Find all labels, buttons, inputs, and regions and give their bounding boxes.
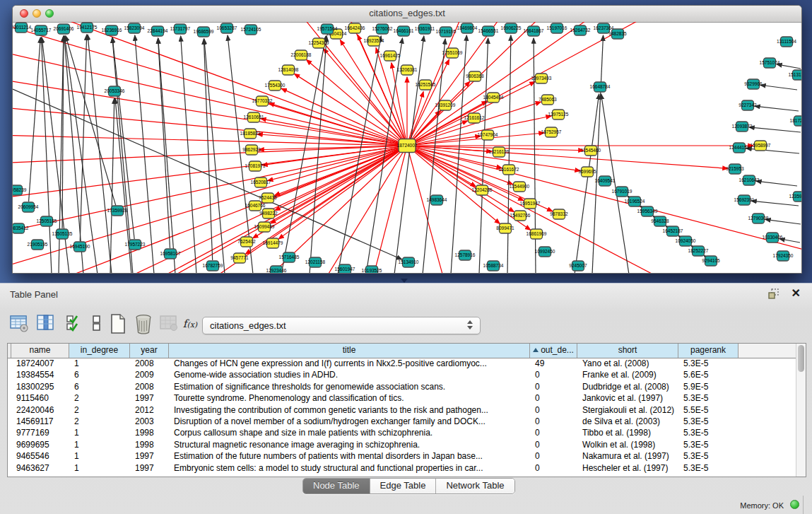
row-height-icon[interactable] — [86, 313, 107, 336]
graph-node[interactable]: 16466161 — [394, 26, 414, 36]
graph-node[interactable]: 10653287 — [217, 23, 237, 33]
cell-short[interactable]: Franke et al. (2009) — [577, 369, 678, 380]
graph-node-selected[interactable]: 16520817 — [251, 177, 271, 187]
graph-node-selected[interactable]: 7524435 — [259, 193, 277, 203]
table-row[interactable]: 1456911722003Disruption of a novel membe… — [8, 416, 796, 427]
cell-pagerank[interactable]: 5.5E-5 — [678, 404, 739, 416]
cell-short[interactable]: Dudbridge et al. (2008) — [577, 381, 678, 392]
cell-out_degree[interactable]: 0 — [530, 439, 577, 450]
graph-node[interactable]: 16945190 — [70, 242, 90, 252]
cell-short[interactable]: Wolkin et al. (1998) — [577, 439, 678, 450]
new-column-icon[interactable] — [107, 313, 129, 336]
cell-out_degree[interactable]: 0 — [530, 427, 577, 438]
cell-short[interactable]: Jankovic et al. (1997) — [577, 392, 678, 404]
graph-node[interactable]: 16648784 — [590, 82, 611, 92]
cell-in_degree[interactable]: 1 — [69, 427, 130, 438]
graph-node[interactable]: 10196524 — [625, 197, 645, 206]
cell-short[interactable]: Yano et al. (2008) — [577, 358, 678, 369]
graph-node[interactable]: 15058239 — [13, 185, 27, 195]
graph-node-selected[interactable]: 13206381 — [397, 65, 418, 75]
cell-short[interactable]: Tibbo et al. (1998) — [577, 427, 678, 438]
graph-node-selected[interactable]: 16642436 — [345, 23, 365, 33]
cell-name[interactable]: 22420046 — [11, 404, 69, 416]
graph-node[interactable]: 12923446 — [266, 266, 287, 274]
graph-node-selected[interactable]: 7625402 — [237, 237, 256, 247]
graph-node[interactable]: 12790308 — [748, 214, 769, 223]
cell-out_degree[interactable]: 49 — [530, 358, 577, 369]
table-row[interactable]: 1872400712008Changes of HCN gene express… — [8, 358, 796, 369]
graph-node-selected[interactable]: 8099471 — [496, 223, 514, 233]
graph-node[interactable]: 9329966 — [744, 79, 763, 89]
cell-year[interactable]: 2003 — [130, 416, 169, 427]
cell-out_degree[interactable]: 0 — [530, 404, 577, 416]
graph-node[interactable]: 15692391 — [734, 195, 755, 205]
cell-in_degree[interactable]: 2 — [69, 404, 130, 416]
cell-out_degree[interactable]: 0 — [530, 450, 577, 462]
graph-node-selected[interactable]: 22006188 — [291, 50, 312, 60]
cell-title[interactable]: Structural magnetic resonance image aver… — [169, 439, 530, 450]
tab-edge-table[interactable]: Edge Table — [370, 479, 437, 493]
cell-in_degree[interactable]: 2 — [69, 416, 130, 427]
graph-node[interactable]: 23011214 — [13, 23, 32, 33]
cell-name[interactable]: 14569117 — [11, 416, 69, 427]
graph-node[interactable]: 9215953 — [726, 164, 744, 174]
vertical-scrollbar[interactable] — [796, 344, 806, 477]
graph-node-selected[interactable]: 18724007 — [397, 139, 418, 153]
graph-node-selected[interactable]: 16861969 — [526, 229, 547, 239]
graph-node[interactable]: 18252227 — [688, 246, 709, 256]
graph-node[interactable]: 16452187 — [663, 226, 683, 236]
column-header-year[interactable]: year — [130, 344, 169, 358]
graph-node[interactable]: 10835412 — [13, 223, 29, 233]
graph-node[interactable]: 9245007 — [569, 261, 587, 271]
graph-node[interactable]: 12093872 — [732, 122, 753, 132]
column-header-in_degree[interactable]: in_degree — [69, 344, 130, 358]
column-header-out_degree[interactable]: out_de... — [530, 344, 577, 358]
column-header-short[interactable]: short — [577, 344, 678, 358]
table-row[interactable]: 946554611997Estimation of the future num… — [8, 450, 796, 462]
column-header-title[interactable]: title — [169, 344, 530, 358]
graph-node[interactable]: 9546328 — [651, 216, 669, 226]
graph-node[interactable]: 16409541 — [595, 176, 616, 186]
graph-node[interactable]: 16958107 — [160, 249, 181, 259]
graph-node-selected[interactable]: 16951947 — [520, 199, 541, 209]
cell-in_degree[interactable]: 1 — [69, 450, 130, 462]
graph-node[interactable]: 20609954 — [18, 202, 39, 212]
graph-node[interactable]: 12444159 — [729, 143, 750, 153]
cell-title[interactable]: Changes of HCN gene expression and I(f) … — [169, 358, 530, 369]
graph-node[interactable]: 18172165 — [790, 116, 802, 126]
cell-in_degree[interactable]: 1 — [69, 358, 130, 369]
graph-node[interactable]: 10841867 — [524, 26, 544, 36]
graph-node[interactable]: 10992450 — [535, 247, 555, 257]
graph-node-selected[interactable]: 16251545 — [416, 80, 436, 90]
graph-node[interactable]: 15823094 — [124, 23, 145, 33]
cell-year[interactable]: 1997 — [130, 462, 169, 474]
graph-node[interactable]: 17924350 — [773, 251, 794, 261]
cell-pagerank[interactable]: 5.3E-5 — [678, 439, 739, 450]
network-canvas[interactable]: 1225430922006188128140981755430016770332… — [13, 22, 802, 274]
cell-title[interactable]: Disruption of a novel member of a sodium… — [169, 416, 530, 427]
graph-node[interactable]: 16782759 — [203, 261, 223, 271]
cell-out_degree[interactable]: 0 — [530, 416, 577, 427]
graph-node[interactable]: 15466551 — [478, 26, 499, 36]
graph-node-selected[interactable]: 12204286 — [472, 185, 493, 195]
cell-in_degree[interactable]: 6 — [69, 369, 130, 380]
cell-year[interactable]: 2012 — [130, 404, 169, 416]
cell-out_degree[interactable]: 0 — [530, 392, 577, 404]
cell-in_degree[interactable]: 1 — [69, 439, 130, 450]
cell-pagerank[interactable]: 5.3E-5 — [678, 358, 739, 369]
cell-year[interactable]: 1998 — [130, 439, 169, 450]
cell-pagerank[interactable]: 5.3E-5 — [678, 392, 739, 404]
close-panel-icon[interactable]: ✕ — [792, 286, 801, 300]
graph-node[interactable]: 16210643 — [739, 175, 760, 185]
cell-year[interactable]: 1998 — [130, 427, 169, 438]
table-row[interactable]: 977716911998Corpus callosum shape and si… — [8, 427, 796, 438]
graph-node[interactable]: 10924050 — [676, 236, 696, 246]
graph-node-selected[interactable]: 12610651 — [244, 112, 264, 122]
graph-node[interactable]: 20053346 — [105, 86, 125, 96]
table-row[interactable]: 1830029562008Estimation of significance … — [8, 381, 796, 392]
graph-node-selected[interactable]: 16961425 — [380, 51, 401, 61]
graph-node[interactable]: 15197016 — [547, 23, 567, 33]
graph-node-selected[interactable]: 9878332 — [550, 209, 568, 219]
graph-node[interactable]: 12021158 — [305, 257, 326, 267]
cell-title[interactable]: Estimation of the future numbers of pati… — [169, 450, 530, 462]
